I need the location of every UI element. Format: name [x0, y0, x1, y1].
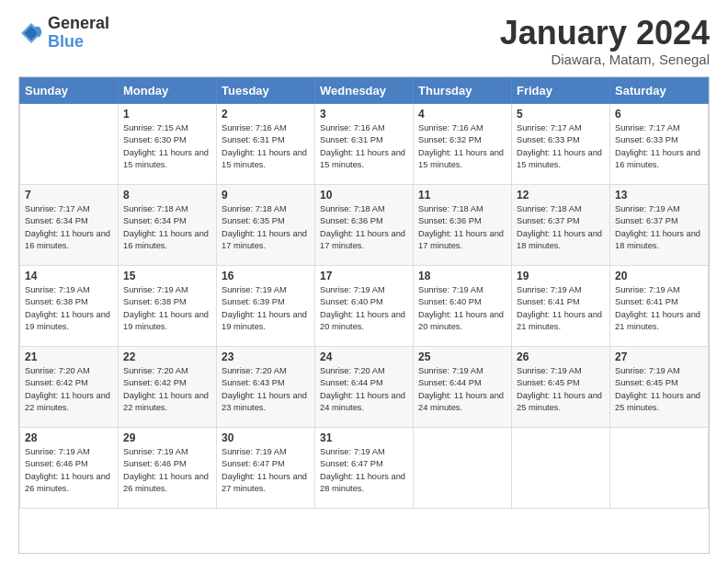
sunset: Sunset: 6:44 PM — [418, 378, 482, 387]
daylight: Daylight: 11 hours and 19 minutes. — [25, 310, 110, 331]
main-title: January 2024 — [500, 15, 710, 52]
sunrise: Sunrise: 7:19 AM — [517, 285, 582, 294]
sunrise: Sunrise: 7:18 AM — [418, 204, 483, 213]
day-info: Sunrise: 7:16 AMSunset: 6:31 PMDaylight:… — [222, 122, 310, 172]
day-number: 27 — [615, 350, 703, 363]
day-info: Sunrise: 7:17 AMSunset: 6:33 PMDaylight:… — [615, 122, 703, 172]
sunrise: Sunrise: 7:19 AM — [25, 447, 90, 456]
sunrise: Sunrise: 7:19 AM — [418, 366, 483, 375]
logo-text: General Blue — [48, 15, 109, 52]
sunset: Sunset: 6:46 PM — [25, 459, 88, 468]
daylight: Daylight: 11 hours and 20 minutes. — [418, 310, 504, 331]
daylight: Daylight: 11 hours and 15 minutes. — [320, 148, 405, 169]
logo-icon — [18, 20, 44, 46]
daylight: Daylight: 11 hours and 16 minutes. — [123, 229, 209, 250]
sunset: Sunset: 6:34 PM — [25, 216, 88, 225]
day-number: 26 — [517, 350, 605, 363]
sunrise: Sunrise: 7:19 AM — [615, 285, 680, 294]
sunrise: Sunrise: 7:15 AM — [123, 123, 188, 132]
day-number: 14 — [25, 270, 113, 282]
day-number: 22 — [123, 350, 211, 363]
calendar-cell: 8Sunrise: 7:18 AMSunset: 6:34 PMDaylight… — [119, 184, 217, 265]
sunset: Sunset: 6:37 PM — [615, 216, 678, 225]
day-number: 18 — [418, 270, 506, 282]
daylight: Daylight: 11 hours and 27 minutes. — [222, 472, 307, 493]
daylight: Daylight: 11 hours and 17 minutes. — [222, 229, 307, 250]
sunrise: Sunrise: 7:19 AM — [123, 447, 188, 456]
sunset: Sunset: 6:42 PM — [123, 378, 187, 387]
daylight: Daylight: 11 hours and 19 minutes. — [222, 310, 307, 331]
day-number: 24 — [320, 350, 408, 363]
sunrise: Sunrise: 7:17 AM — [517, 123, 582, 132]
calendar: SundayMondayTuesdayWednesdayThursdayFrid… — [18, 76, 710, 554]
sunset: Sunset: 6:40 PM — [418, 297, 482, 306]
calendar-cell — [610, 427, 709, 508]
header-cell-saturday: Saturday — [610, 77, 709, 103]
sunset: Sunset: 6:39 PM — [222, 297, 285, 306]
calendar-table: SundayMondayTuesdayWednesdayThursdayFrid… — [19, 77, 709, 509]
daylight: Daylight: 11 hours and 23 minutes. — [222, 391, 307, 412]
day-number: 25 — [418, 350, 506, 363]
sunset: Sunset: 6:38 PM — [25, 297, 88, 306]
title-section: January 2024 Diawara, Matam, Senegal — [500, 15, 710, 67]
calendar-cell: 31Sunrise: 7:19 AMSunset: 6:47 PMDayligh… — [315, 427, 414, 508]
day-number: 1 — [123, 108, 211, 121]
daylight: Daylight: 11 hours and 18 minutes. — [517, 229, 602, 250]
day-info: Sunrise: 7:19 AMSunset: 6:47 PMDaylight:… — [320, 446, 408, 496]
daylight: Daylight: 11 hours and 15 minutes. — [517, 148, 602, 169]
day-number: 17 — [320, 270, 408, 282]
day-info: Sunrise: 7:19 AMSunset: 6:45 PMDaylight:… — [615, 365, 703, 415]
sunset: Sunset: 6:44 PM — [320, 378, 383, 387]
header-cell-monday: Monday — [119, 77, 217, 103]
day-info: Sunrise: 7:16 AMSunset: 6:31 PMDaylight:… — [320, 122, 408, 172]
day-number: 13 — [615, 189, 703, 201]
calendar-row: 14Sunrise: 7:19 AMSunset: 6:38 PMDayligh… — [20, 265, 709, 346]
sunrise: Sunrise: 7:16 AM — [418, 123, 483, 132]
calendar-cell: 24Sunrise: 7:20 AMSunset: 6:44 PMDayligh… — [315, 346, 414, 427]
calendar-cell: 1Sunrise: 7:15 AMSunset: 6:30 PMDaylight… — [119, 103, 217, 184]
calendar-cell: 19Sunrise: 7:19 AMSunset: 6:41 PMDayligh… — [512, 265, 610, 346]
day-number: 31 — [320, 431, 408, 444]
sunset: Sunset: 6:43 PM — [222, 378, 285, 387]
calendar-row: 7Sunrise: 7:17 AMSunset: 6:34 PMDaylight… — [20, 184, 709, 265]
calendar-cell: 4Sunrise: 7:16 AMSunset: 6:32 PMDaylight… — [414, 103, 512, 184]
sunset: Sunset: 6:33 PM — [517, 135, 580, 144]
calendar-header: SundayMondayTuesdayWednesdayThursdayFrid… — [20, 77, 709, 103]
sunset: Sunset: 6:41 PM — [517, 297, 580, 306]
logo: General Blue — [18, 15, 109, 52]
calendar-cell: 16Sunrise: 7:19 AMSunset: 6:39 PMDayligh… — [217, 265, 315, 346]
daylight: Daylight: 11 hours and 17 minutes. — [320, 229, 405, 250]
sunset: Sunset: 6:37 PM — [517, 216, 580, 225]
sunrise: Sunrise: 7:19 AM — [123, 285, 188, 294]
calendar-cell: 5Sunrise: 7:17 AMSunset: 6:33 PMDaylight… — [512, 103, 610, 184]
sunrise: Sunrise: 7:16 AM — [320, 123, 385, 132]
sunrise: Sunrise: 7:20 AM — [25, 366, 90, 375]
sunset: Sunset: 6:47 PM — [320, 459, 383, 468]
day-number: 12 — [517, 189, 605, 201]
calendar-row: 28Sunrise: 7:19 AMSunset: 6:46 PMDayligh… — [20, 427, 709, 508]
day-number: 9 — [222, 189, 310, 201]
day-number: 30 — [222, 431, 310, 444]
daylight: Daylight: 11 hours and 24 minutes. — [418, 391, 504, 412]
sunset: Sunset: 6:41 PM — [615, 297, 678, 306]
calendar-cell: 20Sunrise: 7:19 AMSunset: 6:41 PMDayligh… — [610, 265, 709, 346]
day-number: 11 — [418, 189, 506, 201]
day-info: Sunrise: 7:20 AMSunset: 6:43 PMDaylight:… — [222, 365, 310, 415]
sunrise: Sunrise: 7:18 AM — [123, 204, 188, 213]
sunrise: Sunrise: 7:19 AM — [615, 366, 680, 375]
daylight: Daylight: 11 hours and 15 minutes. — [418, 148, 504, 169]
calendar-cell: 17Sunrise: 7:19 AMSunset: 6:40 PMDayligh… — [315, 265, 414, 346]
day-info: Sunrise: 7:19 AMSunset: 6:46 PMDaylight:… — [123, 446, 211, 496]
day-info: Sunrise: 7:16 AMSunset: 6:32 PMDaylight:… — [418, 122, 506, 172]
sunrise: Sunrise: 7:17 AM — [615, 123, 680, 132]
calendar-cell: 14Sunrise: 7:19 AMSunset: 6:38 PMDayligh… — [20, 265, 119, 346]
sunset: Sunset: 6:32 PM — [418, 135, 482, 144]
calendar-cell: 29Sunrise: 7:19 AMSunset: 6:46 PMDayligh… — [119, 427, 217, 508]
day-info: Sunrise: 7:18 AMSunset: 6:35 PMDaylight:… — [222, 203, 310, 253]
day-number: 7 — [25, 189, 113, 201]
day-number: 19 — [517, 270, 605, 282]
day-info: Sunrise: 7:19 AMSunset: 6:45 PMDaylight:… — [517, 365, 605, 415]
sunset: Sunset: 6:34 PM — [123, 216, 187, 225]
sunrise: Sunrise: 7:17 AM — [25, 204, 90, 213]
day-info: Sunrise: 7:19 AMSunset: 6:39 PMDaylight:… — [222, 284, 310, 334]
